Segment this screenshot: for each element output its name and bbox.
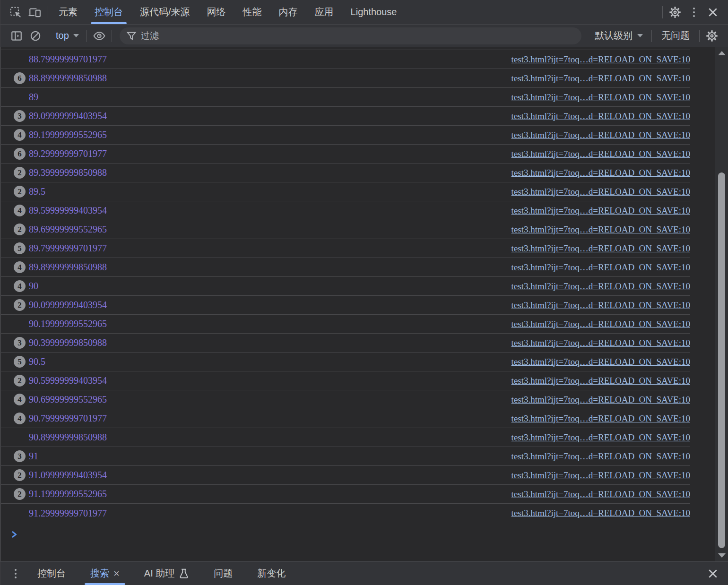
settings-gear-icon[interactable] <box>666 3 685 22</box>
close-drawer-icon[interactable] <box>703 564 722 583</box>
source-location-link[interactable]: test3.html?ijt=7toq…d=RELOAD_ON_SAVE:10 <box>511 92 690 103</box>
source-location-link[interactable]: test3.html?ijt=7toq…d=RELOAD_ON_SAVE:10 <box>511 73 690 84</box>
console-log-row: 5 90.5 test3.html?ijt=7toq…d=RELOAD_ON_S… <box>1 353 690 371</box>
source-location-link[interactable]: test3.html?ijt=7toq…d=RELOAD_ON_SAVE:10 <box>511 357 690 367</box>
toolbar-divider <box>48 30 48 42</box>
console-log-row: 6 88.89999999850988 test3.html?ijt=7toq…… <box>1 69 690 88</box>
source-location-link[interactable]: test3.html?ijt=7toq…d=RELOAD_ON_SAVE:10 <box>511 319 690 329</box>
console-prompt-chevron-icon <box>10 530 18 539</box>
toolbar-divider <box>651 30 652 42</box>
source-location-link[interactable]: test3.html?ijt=7toq…d=RELOAD_ON_SAVE:10 <box>511 281 690 292</box>
source-location-link[interactable]: test3.html?ijt=7toq…d=RELOAD_ON_SAVE:10 <box>511 54 690 65</box>
log-value: 90.69999999552965 <box>29 394 107 405</box>
log-value: 89 <box>29 92 38 103</box>
source-location-link[interactable]: test3.html?ijt=7toq…d=RELOAD_ON_SAVE:10 <box>511 451 690 462</box>
drawer-tab-issues[interactable]: 问题 <box>201 562 245 585</box>
source-location-link[interactable]: test3.html?ijt=7toq…d=RELOAD_ON_SAVE:10 <box>511 395 690 405</box>
devtools-window: 元素控制台源代码/来源网络性能内存应用Lighthouse <box>0 0 728 585</box>
drawer-tab-console[interactable]: 控制台 <box>25 562 78 585</box>
console-log-row: 2 91.19999999552965 test3.html?ijt=7toq…… <box>1 485 690 504</box>
source-location-link[interactable]: test3.html?ijt=7toq…d=RELOAD_ON_SAVE:10 <box>511 489 690 499</box>
log-value: 89.5 <box>29 186 45 197</box>
tab-console[interactable]: 控制台 <box>86 0 131 24</box>
repeat-count-badge: 4 <box>14 394 26 405</box>
console-sidebar-toggle-icon[interactable] <box>7 26 26 45</box>
live-expression-eye-icon[interactable] <box>90 26 109 45</box>
drawer-tab-whats-new[interactable]: 新变化 <box>245 562 298 585</box>
source-location-link[interactable]: test3.html?ijt=7toq…d=RELOAD_ON_SAVE:10 <box>511 376 690 386</box>
console-log-row: 2 89.69999999552965 test3.html?ijt=7toq…… <box>1 220 690 239</box>
issues-counter[interactable]: 无问题 <box>655 29 696 42</box>
source-location-link[interactable]: test3.html?ijt=7toq…d=RELOAD_ON_SAVE:10 <box>511 432 690 443</box>
repeat-count-badge: 2 <box>14 224 26 235</box>
source-location-link[interactable]: test3.html?ijt=7toq…d=RELOAD_ON_SAVE:10 <box>511 508 690 518</box>
repeat-count-badge: 3 <box>14 110 26 122</box>
console-log-row: 3 91 test3.html?ijt=7toq…d=RELOAD_ON_SAV… <box>1 447 690 466</box>
console-toolbar: top 默认级别 无问题 <box>0 25 728 47</box>
drawer-tab-strip: 控制台搜索×AI 助理问题新变化 <box>25 562 298 585</box>
source-location-link[interactable]: test3.html?ijt=7toq…d=RELOAD_ON_SAVE:10 <box>511 262 690 273</box>
drawer-tab-ai-assistant[interactable]: AI 助理 <box>132 562 201 585</box>
source-location-link[interactable]: test3.html?ijt=7toq…d=RELOAD_ON_SAVE:10 <box>511 111 690 121</box>
console-log-row: 90.19999999552965 test3.html?ijt=7toq…d=… <box>1 315 690 334</box>
device-toolbar-icon[interactable] <box>25 3 44 22</box>
tab-sources[interactable]: 源代码/来源 <box>131 0 199 24</box>
log-value: 91 <box>29 451 38 462</box>
console-log-row: 5 89.79999999701977 test3.html?ijt=7toq…… <box>1 239 690 258</box>
chevron-down-icon <box>637 34 643 37</box>
drawer-tab-bar: 控制台搜索×AI 助理问题新变化 <box>0 561 728 585</box>
repeat-count-badge: 2 <box>14 469 26 481</box>
source-location-link[interactable]: test3.html?ijt=7toq…d=RELOAD_ON_SAVE:10 <box>511 168 690 178</box>
log-value: 89.29999999701977 <box>29 148 107 159</box>
source-location-link[interactable]: test3.html?ijt=7toq…d=RELOAD_ON_SAVE:10 <box>511 470 690 481</box>
inspect-element-icon[interactable] <box>6 3 25 22</box>
tab-network[interactable]: 网络 <box>199 0 234 24</box>
console-settings-gear-icon[interactable] <box>702 26 721 45</box>
javascript-context-selector[interactable]: top <box>51 30 84 41</box>
tab-application[interactable]: 应用 <box>306 0 342 24</box>
source-location-link[interactable]: test3.html?ijt=7toq…d=RELOAD_ON_SAVE:10 <box>511 149 690 159</box>
console-log-row: 4 89.19999999552965 test3.html?ijt=7toq…… <box>1 126 690 145</box>
source-location-link[interactable]: test3.html?ijt=7toq…d=RELOAD_ON_SAVE:10 <box>511 243 690 254</box>
filter-funnel-icon <box>126 31 137 41</box>
log-levels-label: 默认级别 <box>595 29 633 42</box>
source-location-link[interactable]: test3.html?ijt=7toq…d=RELOAD_ON_SAVE:10 <box>511 300 690 310</box>
console-filter-field[interactable] <box>120 27 581 44</box>
repeat-count-badge: 2 <box>14 488 26 500</box>
log-value: 89.09999999403954 <box>29 111 107 121</box>
console-prompt[interactable] <box>10 530 715 539</box>
tab-memory[interactable]: 内存 <box>270 0 306 24</box>
scroll-down-arrow-icon[interactable] <box>718 553 726 558</box>
repeat-count-badge: 2 <box>14 186 26 198</box>
drawer-tab-label: 问题 <box>214 567 233 580</box>
tab-performance[interactable]: 性能 <box>234 0 270 24</box>
log-value: 89.19999999552965 <box>29 129 107 140</box>
close-devtools-icon[interactable] <box>703 3 722 22</box>
console-log-row: 3 89.09999999403954 test3.html?ijt=7toq…… <box>1 107 690 126</box>
drawer-more-options-icon[interactable] <box>6 564 25 583</box>
scrollbar-thumb[interactable] <box>718 172 725 548</box>
log-value: 88.79999999701977 <box>29 54 107 65</box>
close-tab-icon[interactable]: × <box>113 568 120 579</box>
source-location-link[interactable]: test3.html?ijt=7toq…d=RELOAD_ON_SAVE:10 <box>511 206 690 216</box>
more-options-icon[interactable] <box>685 3 703 22</box>
tab-lighthouse[interactable]: Lighthouse <box>342 0 406 24</box>
clear-console-icon[interactable] <box>26 26 45 45</box>
tab-elements[interactable]: 元素 <box>50 0 86 24</box>
drawer-tab-search[interactable]: 搜索× <box>78 562 132 585</box>
source-location-link[interactable]: test3.html?ijt=7toq…d=RELOAD_ON_SAVE:10 <box>511 413 690 424</box>
repeat-count-badge: 4 <box>14 129 26 141</box>
source-location-link[interactable]: test3.html?ijt=7toq…d=RELOAD_ON_SAVE:10 <box>511 187 690 197</box>
scroll-up-arrow-icon[interactable] <box>718 51 726 55</box>
log-levels-dropdown[interactable]: 默认级别 <box>589 29 649 42</box>
console-log-row: 4 90 test3.html?ijt=7toq…d=RELOAD_ON_SAV… <box>1 277 690 296</box>
log-value: 90.59999999403954 <box>29 375 107 386</box>
context-selector-label: top <box>56 30 69 41</box>
vertical-scrollbar[interactable] <box>715 47 728 561</box>
filter-input[interactable] <box>141 31 578 41</box>
repeat-count-badge: 2 <box>14 375 26 387</box>
toolbar-divider <box>112 30 112 42</box>
source-location-link[interactable]: test3.html?ijt=7toq…d=RELOAD_ON_SAVE:10 <box>511 130 690 140</box>
source-location-link[interactable]: test3.html?ijt=7toq…d=RELOAD_ON_SAVE:10 <box>511 224 690 235</box>
source-location-link[interactable]: test3.html?ijt=7toq…d=RELOAD_ON_SAVE:10 <box>511 338 690 348</box>
